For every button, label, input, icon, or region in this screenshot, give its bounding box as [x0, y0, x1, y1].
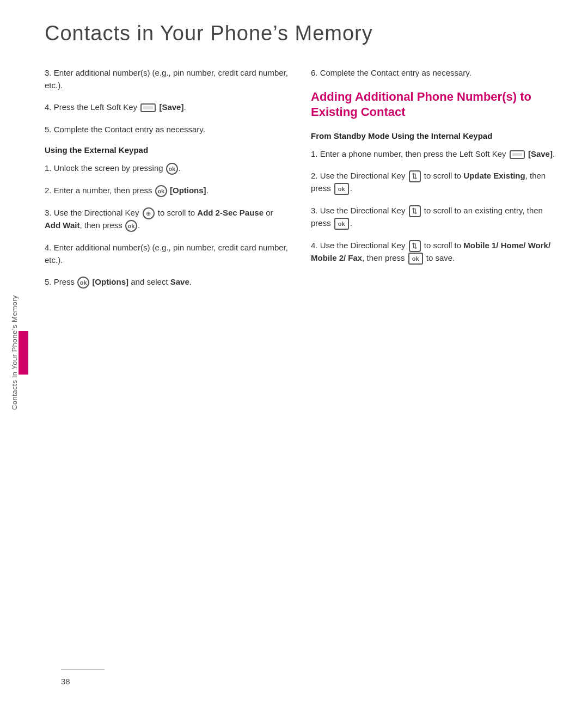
list-item: 1. Unlock the screen by pressing ok. [45, 162, 289, 175]
sidebar: Contacts in Your Phone’s Memory [0, 0, 28, 705]
item-num: 2. [311, 171, 318, 180]
left-column: 3. Enter additional number(s) (e.g., pin… [45, 67, 289, 298]
item-num: 5. [45, 277, 52, 286]
item-num: 4. [45, 243, 52, 252]
ok-circle-icon: ok [77, 277, 89, 289]
item-num: 4. [311, 241, 318, 250]
item-num: 3. [45, 68, 52, 77]
item-num: 1. [45, 163, 52, 173]
list-item: 3. Enter additional number(s) (e.g., pin… [45, 67, 289, 91]
directional-key-updown-icon: ⇅ [409, 240, 421, 252]
list-item: 2. Enter a number, then press ok [Option… [45, 185, 289, 197]
page-divider [61, 669, 105, 670]
list-item: 5. Press ok [Options] and select Save. [45, 276, 289, 289]
ok-box-icon: ok [408, 253, 423, 265]
sidebar-text: Contacts in Your Phone’s Memory [10, 295, 19, 410]
list-item: 4. Press the Left Soft Key [Save]. [45, 101, 289, 114]
left-soft-key-icon [140, 103, 156, 112]
list-item: 5. Complete the Contact entry as necessa… [45, 124, 289, 136]
left-soft-key-icon [510, 150, 525, 159]
directional-key-updown-icon: ⇅ [409, 205, 421, 217]
sidebar-tab [19, 331, 28, 375]
ok-circle-icon: ok [125, 220, 137, 232]
section-heading-standby: From Standby Mode Using the Internal Key… [311, 131, 555, 140]
page: Contacts in Your Phone’s Memory Contacts… [0, 0, 588, 705]
item-num: 6. [311, 68, 318, 77]
list-item: 4. Enter additional number(s) (e.g., pin… [45, 242, 289, 266]
item-num: 4. [45, 102, 52, 112]
ok-circle-icon: ok [166, 163, 178, 175]
ok-box-icon: ok [334, 218, 349, 230]
page-number: 38 [61, 677, 70, 686]
list-item: 6. Complete the Contact entry as necessa… [311, 67, 555, 79]
list-item: 4. Use the Directional Key ⇅ to scroll t… [311, 240, 555, 265]
directional-key-updown-icon: ⇅ [409, 170, 421, 182]
page-title: Contacts in Your Phone’s Memory [45, 22, 555, 45]
item-num: 3. [311, 206, 318, 215]
list-item: 3. Use the Directional Key ⇅ to scroll t… [311, 205, 555, 230]
directional-key-icon: ⊕ [143, 207, 155, 219]
item-num: 1. [311, 149, 318, 158]
list-item: 1. Enter a phone number, then press the … [311, 148, 555, 161]
item-num: 5. [45, 125, 52, 134]
list-item: 2. Use the Directional Key ⇅ to scroll t… [311, 170, 555, 195]
columns: 3. Enter additional number(s) (e.g., pin… [45, 67, 555, 298]
item-num: 3. [45, 208, 52, 217]
ok-box-icon: ok [334, 183, 349, 195]
pink-heading: Adding Additional Phone Number(s) to Exi… [311, 89, 555, 120]
section-heading-external-keypad: Using the External Keypad [45, 145, 289, 155]
list-item: 3. Use the Directional Key ⊕ to scroll t… [45, 207, 289, 232]
item-num: 2. [45, 186, 52, 195]
right-column: 6. Complete the Contact entry as necessa… [311, 67, 555, 298]
main-content: Contacts in Your Phone’s Memory 3. Enter… [28, 0, 588, 705]
ok-circle-icon: ok [155, 185, 167, 197]
